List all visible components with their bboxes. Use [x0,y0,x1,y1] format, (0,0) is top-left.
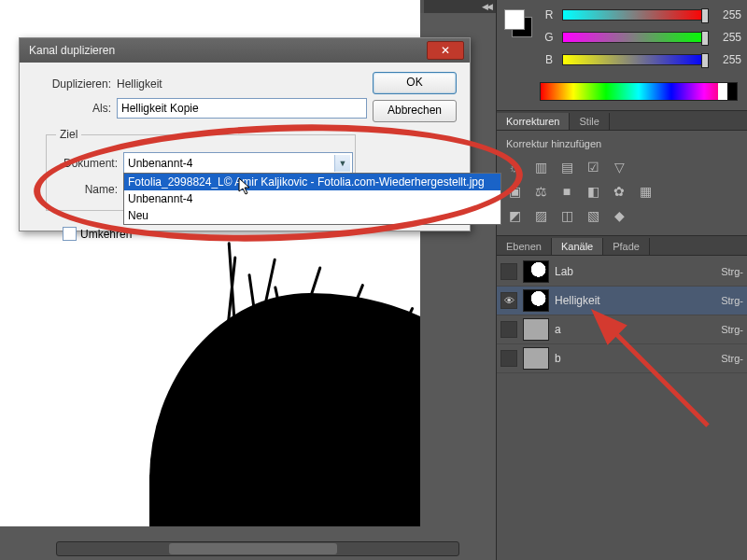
adjustment-icon[interactable]: ⚖ [532,183,549,200]
channel-thumbnail[interactable] [523,318,549,341]
as-label: Als: [31,102,111,115]
fg-bg-swatch[interactable] [502,7,534,39]
adjustments-title: Korrektur hinzufügen [506,138,738,149]
channel-name: b [555,352,715,365]
canvas-h-scrollbar-thumb[interactable] [169,543,337,554]
adjustment-icon[interactable]: ▧ [585,207,601,224]
dropdown-item[interactable]: Unbenannt-4 [124,190,500,207]
tab-korrekturen[interactable]: Korrekturen [497,113,570,130]
adjustment-icon[interactable]: ▽ [611,159,627,175]
tab-stile[interactable]: Stile [570,113,609,130]
panel-collapse-icon[interactable]: ◀◀ [482,2,491,11]
tab-pfade[interactable]: Pfade [603,238,650,255]
channel-name: Lab [555,265,715,278]
slider-thumb[interactable] [701,8,709,23]
adjustment-icon[interactable]: ☑ [585,159,601,175]
color-slider-value: 255 [713,8,741,21]
duplicate-channel-dialog: Kanal duplizieren ✕ OK Abbrechen Duplizi… [19,37,471,231]
color-slider-label: G [543,31,555,44]
channel-row[interactable]: LabStrg- [497,258,747,287]
adjustment-icon[interactable]: ◧ [585,183,601,200]
slider-track[interactable] [562,54,706,65]
adjustment-icon[interactable]: ◫ [558,207,575,224]
channel-name: a [555,323,715,336]
color-slider-label: B [543,53,555,66]
dialog-title: Kanal duplizieren [29,44,115,57]
document-dropdown[interactable]: Fotolia_2998824_L© Amir Kaljikovic - Fot… [123,173,501,225]
channel-shortcut: Strg- [721,353,743,364]
adjustment-icon[interactable]: ☼ [506,159,523,175]
color-slider-b[interactable]: B255 [543,49,741,71]
duplicate-source-name: Helligkeit [117,77,162,91]
adjustments-panel: Korrekturen Stile Korrektur hinzufügen ☼… [497,110,747,231]
chevron-down-icon[interactable]: ▼ [334,155,350,172]
document-combobox[interactable]: Unbenannt-4 ▼ [123,152,353,175]
color-panel: R255G255B255 [497,0,747,125]
channel-thumbnail[interactable] [523,289,549,312]
channel-shortcut: Strg- [721,324,743,335]
cancel-button[interactable]: Abbrechen [373,100,457,122]
color-slider-g[interactable]: G255 [543,26,741,49]
visibility-toggle[interactable] [500,321,517,338]
visibility-toggle[interactable] [500,263,517,280]
dialog-close-button[interactable]: ✕ [427,41,464,60]
channel-shortcut: Strg- [721,266,743,277]
adjustment-icon[interactable]: ◩ [506,207,523,224]
tab-ebenen[interactable]: Ebenen [497,238,552,255]
adjustment-icon[interactable]: ◆ [611,207,627,224]
channel-name: Helligkeit [555,294,715,307]
channel-shortcut: Strg- [721,295,743,306]
invert-label: Umkehren [80,228,132,241]
dropdown-item[interactable]: Fotolia_2998824_L© Amir Kaljikovic - Fot… [124,174,500,190]
channels-panel: Ebenen Kanäle Pfade LabStrg-👁HelligkeitS… [497,235,747,560]
color-slider-value: 255 [713,31,741,44]
canvas-h-scrollbar[interactable] [56,541,459,556]
slider-track[interactable] [562,9,706,21]
document-combobox-value: Unbenannt-4 [128,157,192,170]
destination-legend: Ziel [56,128,81,141]
adjustment-icon[interactable]: ▣ [506,183,523,200]
adjustment-icon[interactable]: ▤ [558,159,575,175]
duplicate-label: Duplizieren: [31,77,111,91]
name-label: Name: [56,183,118,196]
slider-thumb[interactable] [701,53,709,68]
adjustment-icon[interactable]: ✿ [611,183,627,200]
color-slider-r[interactable]: R255 [543,4,741,26]
as-input[interactable] [117,98,367,119]
channel-thumbnail[interactable] [523,347,549,370]
adjustment-icon[interactable]: ▨ [532,207,549,224]
color-slider-label: R [543,8,555,21]
fg-color-swatch[interactable] [504,9,525,30]
channel-row[interactable]: 👁HelligkeitStrg- [497,287,747,315]
visibility-toggle[interactable] [500,350,517,367]
tab-kanaele[interactable]: Kanäle [552,238,603,255]
adjustment-icon[interactable]: ▦ [637,183,654,200]
dropdown-item[interactable]: Neu [124,207,500,224]
invert-checkbox[interactable] [63,227,77,241]
ok-button[interactable]: OK [373,72,457,94]
adjustment-icon[interactable]: ■ [558,183,575,200]
slider-thumb[interactable] [701,31,709,46]
channel-thumbnail[interactable] [523,260,549,283]
destination-group: Ziel Dokument: Unbenannt-4 ▼ Fotolia_299… [46,128,356,211]
adjustment-icon[interactable]: ▥ [532,159,549,175]
document-label: Dokument: [56,157,118,170]
channel-row[interactable]: aStrg- [497,315,747,344]
channel-row[interactable]: bStrg- [497,344,747,373]
slider-track[interactable] [562,32,706,43]
visibility-toggle[interactable]: 👁 [500,292,517,309]
color-spectrum[interactable] [540,82,738,101]
color-slider-value: 255 [713,53,741,66]
